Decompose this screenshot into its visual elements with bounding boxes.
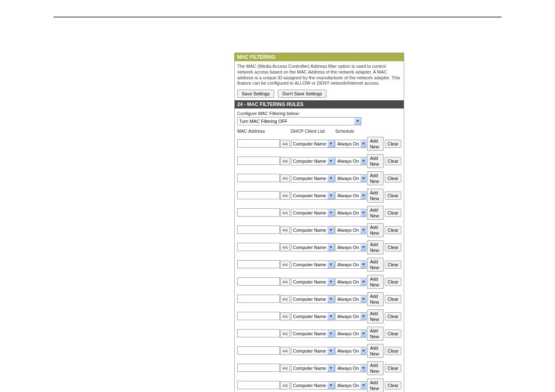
mac-input[interactable] [237,243,280,251]
add-new-button[interactable]: Add New [367,154,384,168]
copy-button[interactable]: << [280,330,290,338]
clear-button[interactable]: Clear [385,226,401,234]
mac-input[interactable] [237,157,280,165]
add-new-button[interactable]: Add New [367,327,384,341]
add-new-button[interactable]: Add New [367,275,384,289]
client-select[interactable]: Computer Name [291,226,335,234]
clear-button[interactable]: Clear [385,209,401,217]
schedule-select[interactable]: Always On [335,226,366,234]
clear-button[interactable]: Clear [385,381,401,390]
client-select[interactable]: Computer Name [291,157,335,165]
copy-button[interactable]: << [280,295,290,303]
copy-button[interactable]: << [280,261,290,269]
client-select[interactable]: Computer Name [291,330,335,338]
client-select[interactable]: Computer Name [291,295,335,303]
copy-button[interactable]: << [280,364,290,372]
client-select[interactable]: Computer Name [291,174,335,182]
schedule-select[interactable]: Always On [335,243,366,251]
add-new-button[interactable]: Add New [367,258,384,272]
schedule-select-value: Always On [335,141,361,146]
client-select[interactable]: Computer Name [291,312,335,321]
dont-save-settings-button[interactable]: Don't Save Settings [278,90,326,98]
copy-button[interactable]: << [280,312,290,321]
mac-input[interactable] [237,381,280,389]
client-select[interactable]: Computer Name [291,140,335,148]
add-new-button[interactable]: Add New [367,240,384,254]
save-settings-button[interactable]: Save Settings [237,90,274,98]
schedule-select[interactable]: Always On [335,330,366,338]
schedule-select[interactable]: Always On [335,278,366,286]
add-new-button[interactable]: Add New [367,137,384,151]
clear-button[interactable]: Clear [385,330,401,338]
copy-button[interactable]: << [280,347,290,355]
copy-button[interactable]: << [280,278,290,286]
mac-input[interactable] [237,364,280,372]
clear-button[interactable]: Clear [385,261,401,269]
clear-button[interactable]: Clear [385,174,401,182]
add-new-button[interactable]: Add New [367,223,384,237]
copy-button[interactable]: << [280,243,290,251]
client-select[interactable]: Computer Name [291,191,335,200]
add-new-button[interactable]: Add New [367,292,384,306]
schedule-select[interactable]: Always On [335,174,366,182]
header-client: DHCP Client List [291,129,335,134]
client-select[interactable]: Computer Name [291,243,335,251]
mac-input[interactable] [237,260,280,268]
add-new-button[interactable]: Add New [367,361,384,375]
schedule-select[interactable]: Always On [335,312,366,321]
clear-button[interactable]: Clear [385,157,401,165]
mac-input[interactable] [237,191,280,199]
clear-button[interactable]: Clear [385,364,401,372]
schedule-select[interactable]: Always On [335,295,366,303]
clear-button[interactable]: Clear [385,243,401,251]
copy-button[interactable]: << [280,209,290,217]
mac-input[interactable] [237,295,280,303]
copy-button[interactable]: << [280,226,290,234]
clear-button[interactable]: Clear [385,278,401,286]
add-new-button[interactable]: Add New [367,171,384,185]
add-new-button[interactable]: Add New [367,189,384,203]
client-select[interactable]: Computer Name [291,209,335,217]
clear-button[interactable]: Clear [385,312,401,321]
schedule-select[interactable]: Always On [335,347,366,355]
copy-button[interactable]: << [280,140,290,148]
schedule-select[interactable]: Always On [335,364,366,372]
add-new-button[interactable]: Add New [367,378,384,392]
client-select[interactable]: Computer Name [291,278,335,286]
clear-button[interactable]: Clear [385,191,401,200]
schedule-select[interactable]: Always On [335,140,366,148]
copy-button[interactable]: << [280,157,290,165]
client-select[interactable]: Computer Name [291,347,335,355]
add-new-button[interactable]: Add New [367,344,384,358]
clear-button[interactable]: Clear [385,295,401,303]
client-select[interactable]: Computer Name [291,381,335,390]
schedule-select[interactable]: Always On [335,261,366,269]
schedule-select[interactable]: Always On [335,157,366,165]
client-select[interactable]: Computer Name [291,261,335,269]
schedule-select-value: Always On [335,279,361,284]
chevron-down-icon [328,209,334,217]
client-select-value: Computer Name [291,383,328,388]
copy-button[interactable]: << [280,174,290,182]
mac-input[interactable] [237,277,280,286]
copy-button[interactable]: << [280,381,290,390]
schedule-select[interactable]: Always On [335,209,366,217]
add-new-button[interactable]: Add New [367,206,384,220]
add-new-button[interactable]: Add New [367,309,384,323]
mac-input[interactable] [237,329,280,337]
mode-select[interactable]: Turn MAC Filtering OFF [237,117,361,125]
mac-input[interactable] [237,346,280,355]
chevron-down-icon [328,140,334,148]
mac-input[interactable] [237,174,280,182]
mac-input[interactable] [237,312,280,320]
mac-input[interactable] [237,226,280,234]
copy-button[interactable]: << [280,191,290,200]
client-select[interactable]: Computer Name [291,364,335,372]
clear-button[interactable]: Clear [385,140,401,148]
clear-button[interactable]: Clear [385,347,401,355]
client-select-value: Computer Name [291,176,328,181]
schedule-select[interactable]: Always On [335,381,366,390]
mac-input[interactable] [237,208,280,217]
schedule-select[interactable]: Always On [335,191,366,200]
mac-input[interactable] [237,139,280,148]
